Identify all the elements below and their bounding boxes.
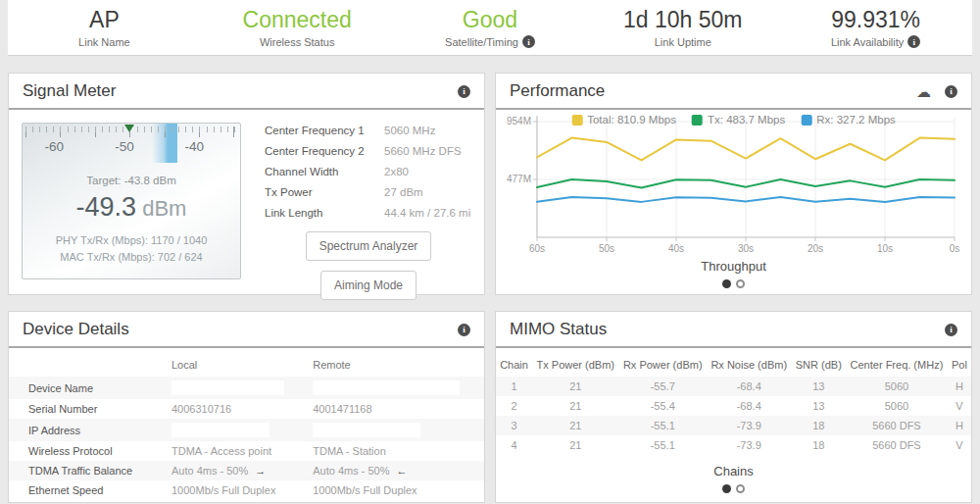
column-pol: Pol [948, 352, 971, 377]
svg-text:10s: 10s [876, 243, 892, 254]
detail-row: Link Length 44.4 km / 27.6 mi [265, 207, 472, 219]
throughput-chart: 60s50s40s30s20s10s0s954M477M [504, 112, 964, 261]
table-row: 421 -55.1-73.9 185660 DFS V [496, 435, 971, 455]
arrow-left-icon: ← [397, 465, 408, 477]
ethernet-speed-label: Ethernet Speed [9, 480, 164, 500]
wireless-status-label: Wireless Status [201, 36, 394, 48]
column-rx-power: Rx Power (dBm) [618, 352, 707, 377]
link-length-label: Link Length [265, 207, 384, 219]
performance-header: Performance ☁ i [496, 74, 971, 110]
table-row: Wireless Protocol TDMA - Access point TD… [9, 441, 484, 461]
svg-text:40s: 40s [667, 243, 683, 254]
column-local: Local [164, 352, 305, 377]
info-icon[interactable]: i [907, 35, 920, 48]
legend-total: Total: 810.9 Mbps [571, 114, 676, 126]
table-header-row: Local Remote [9, 352, 484, 377]
mimo-table: Chain Tx Power (dBm) Rx Power (dBm) Rx N… [496, 352, 971, 455]
redacted-value [313, 380, 460, 395]
gauge-target-value: -43.8 dBm [124, 175, 176, 186]
center-frequency-2-label: Center Frequency 2 [265, 145, 384, 157]
mac-rate-value: 702 / 624 [158, 251, 203, 263]
redacted-value [172, 423, 270, 437]
signal-meter-header: Signal Meter i [9, 74, 484, 110]
redacted-value [172, 380, 284, 395]
info-icon[interactable]: i [458, 324, 470, 336]
table-row: Ethernet Speed 1000Mb/s Full Duplex 1000… [9, 480, 484, 500]
satellite-timing-label-text: Satellite/Timing [445, 36, 518, 48]
tdma-balance-remote-value: Auto 4ms - 50% [313, 465, 389, 477]
tx-power-label: Tx Power [265, 186, 384, 198]
performance-title: Performance [510, 81, 605, 101]
gauge-current: -49.3dBm [23, 192, 240, 223]
device-details-title: Device Details [23, 320, 129, 339]
phy-rate-label: PHY Tx/Rx (Mbps): [56, 234, 148, 246]
info-icon[interactable]: i [945, 324, 957, 336]
aiming-mode-button[interactable]: Aiming Mode [320, 271, 416, 300]
mimo-status-header: MIMO Status i [496, 312, 971, 348]
cloud-icon[interactable]: ☁ [916, 85, 931, 98]
channel-width-label: Channel Width [265, 166, 384, 177]
pagination-dot[interactable] [736, 484, 745, 493]
stat-link-uptime: 1d 10h 50m Link Uptime [586, 7, 779, 47]
phy-rate-value: 1170 / 1040 [151, 234, 207, 246]
table-row: 121 -55.7-68.4 135060 H [496, 377, 971, 396]
signal-meter-title: Signal Meter [23, 81, 116, 101]
serial-number-local: 4006310716 [164, 399, 305, 419]
gauge-throughput-rates: PHY Tx/Rx (Mbps): 1170 / 1040 MAC Tx/Rx … [23, 232, 240, 266]
satellite-timing-label: Satellite/Timing i [394, 35, 587, 48]
info-icon[interactable]: i [945, 85, 957, 98]
table-row: IP Address [9, 419, 484, 441]
center-frequency-2-value: 5660 MHz DFS [384, 145, 462, 157]
center-frequency-1-value: 5060 MHz [384, 125, 435, 136]
table-row: 321 -55.1-73.9 185660 DFS H [496, 416, 971, 435]
tdma-balance-local: Auto 4ms - 50% → [164, 461, 305, 480]
svg-text:954M: 954M [506, 116, 530, 126]
legend-rx: Rx: 327.2 Mbps [801, 114, 896, 126]
table-row: 221 -55.4-68.4 135060 V [496, 396, 971, 416]
info-icon[interactable]: i [522, 35, 535, 48]
gauge-current-unit: dBm [142, 196, 186, 221]
tdma-balance-label: TDMA Traffic Balance [9, 461, 164, 480]
svg-text:0s: 0s [949, 243, 959, 254]
summary-bar: AP Link Name Connected Wireless Status G… [8, 0, 972, 56]
wireless-status-value: Connected [201, 7, 394, 32]
column-snr: SNR (dB) [791, 352, 846, 377]
device-details-table: Local Remote Device Name Serial Number 4… [9, 352, 484, 500]
pagination-dot-active[interactable] [722, 279, 731, 288]
device-details-header: Device Details i [9, 312, 484, 348]
detail-row: Tx Power 27 dBm [265, 186, 472, 198]
pagination-dot[interactable] [736, 279, 745, 288]
stat-link-availability: 99.931% Link Availability i [779, 7, 972, 48]
legend-swatch-icon [801, 115, 811, 126]
svg-text:50s: 50s [598, 243, 613, 254]
legend-tx: Tx: 483.7 Mbps [692, 114, 785, 126]
info-icon[interactable]: i [458, 85, 470, 98]
device-details-panel: Device Details i Local Remote Device Nam… [8, 311, 485, 503]
svg-text:30s: 30s [737, 243, 753, 254]
stat-wireless-status: Connected Wireless Status [201, 7, 394, 47]
link-name-value: AP [8, 7, 201, 32]
link-length-value: 44.4 km / 27.6 mi [384, 207, 470, 219]
pagination-dot-active[interactable] [722, 484, 731, 493]
link-uptime-label: Link Uptime [586, 36, 779, 48]
satellite-timing-value: Good [394, 7, 587, 32]
spectrum-analyzer-button[interactable]: Spectrum Analyzer [306, 231, 432, 261]
signal-meter-panel: Signal Meter i -60 -50 -40 Target: -43.8… [8, 73, 485, 295]
detail-row: Center Frequency 1 5060 MHz [265, 125, 472, 136]
signal-gauge: -60 -50 -40 Target: -43.8 dBm -49.3dBm P… [22, 123, 241, 279]
gauge-tick-minus60: -60 [44, 139, 64, 154]
column-tx-power: Tx Power (dBm) [532, 352, 618, 377]
link-availability-label-text: Link Availability [831, 36, 904, 48]
mimo-status-panel: MIMO Status i Chain Tx Power (dBm) Rx Po… [495, 311, 972, 503]
gauge-marker [124, 125, 134, 132]
throughput-label: Throughput [502, 259, 965, 274]
table-row: TDMA Traffic Balance Auto 4ms - 50% → Au… [9, 461, 484, 480]
wireless-protocol-remote: TDMA - Station [305, 441, 484, 461]
performance-panel: Performance ☁ i Total: 810.9 MbpsTx: 483… [495, 73, 972, 295]
mac-rate-label: MAC Tx/Rx (Mbps): [60, 251, 154, 263]
mimo-status-title: MIMO Status [510, 320, 607, 339]
wireless-protocol-local: TDMA - Access point [164, 441, 305, 461]
redacted-value [313, 423, 420, 437]
gauge-tick-minus50: -50 [115, 139, 134, 154]
ethernet-speed-local: 1000Mb/s Full Duplex [164, 480, 305, 500]
